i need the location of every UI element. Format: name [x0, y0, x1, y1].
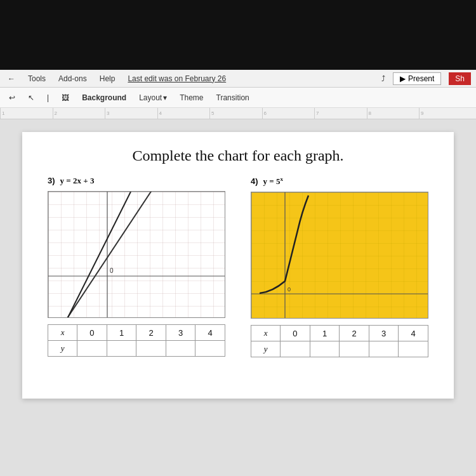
graph2-y-4[interactable]: [399, 341, 428, 357]
graph1-x-label: x: [48, 325, 77, 341]
ruler-mark-6: 6: [262, 108, 315, 119]
graph2-x-row: x 0 1 2 3 4: [251, 326, 428, 341]
layout-button[interactable]: Layout ▾: [135, 92, 171, 103]
transition-button[interactable]: Transition: [213, 92, 253, 103]
ruler-mark-9: 9: [419, 108, 472, 119]
graph2-header: 4) y = 5x: [251, 176, 283, 187]
graph1-y-3[interactable]: [166, 341, 195, 357]
graph2-equation: y = 5x: [263, 176, 283, 187]
graph2-x-3[interactable]: 3: [369, 326, 399, 341]
graph2-block: 4) y = 5x: [251, 176, 428, 357]
graph2-y-0[interactable]: [281, 341, 310, 357]
graph1-y-label: y: [48, 341, 77, 357]
ruler-mark-1: 1: [0, 108, 53, 119]
graph1-canvas: 0: [48, 191, 225, 318]
svg-rect-8: [251, 192, 428, 319]
content-area: Complete the chart for each graph. 3) y …: [0, 119, 476, 476]
graph1-y-1[interactable]: [107, 341, 136, 357]
slide: Complete the chart for each graph. 3) y …: [22, 132, 454, 399]
image-tool[interactable]: 🖼: [58, 92, 73, 103]
ruler-mark-5: 5: [209, 108, 262, 119]
graph2-number: 4): [251, 176, 258, 186]
graph2-y-2[interactable]: [340, 341, 369, 357]
graph1-x-2[interactable]: 2: [136, 325, 166, 341]
ruler-mark-4: 4: [157, 108, 210, 119]
ruler-mark-8: 8: [367, 108, 420, 119]
svg-rect-0: [48, 192, 225, 318]
ruler-mark-7: 7: [314, 108, 367, 119]
graph2-x-0[interactable]: 0: [281, 326, 310, 341]
graph2-y-row: y: [251, 341, 428, 357]
graph1-x-3[interactable]: 3: [166, 325, 195, 341]
layout-arrow: ▾: [163, 93, 167, 102]
graph1-x-0[interactable]: 0: [77, 325, 107, 341]
ruler: 1 2 3 4 5 6 7 8 9: [0, 108, 476, 119]
top-black-bar: [0, 0, 476, 70]
svg-text:0: 0: [288, 286, 291, 293]
graph2-y-3[interactable]: [369, 341, 399, 357]
graph1-x-row: x 0 1 2 3 4: [48, 325, 225, 341]
graph2-y-1[interactable]: [310, 341, 340, 357]
graph2-x-4[interactable]: 4: [399, 326, 428, 341]
graph1-y-4[interactable]: [195, 341, 225, 357]
cursor-tool[interactable]: ↖: [24, 92, 38, 103]
ruler-mark-2: 2: [53, 108, 105, 119]
theme-button[interactable]: Theme: [176, 92, 207, 103]
graph2-y-label: y: [251, 341, 281, 357]
cursor-icon: ⤴: [381, 74, 385, 83]
graph1-y-row: y: [48, 341, 225, 357]
graph1-number: 3): [48, 176, 55, 185]
tools-menu[interactable]: Tools: [25, 73, 48, 84]
graph1-y-0[interactable]: [77, 341, 107, 357]
last-edit-label: Last edit was on February 26: [125, 73, 228, 84]
graph2-exponent: x: [280, 176, 283, 182]
graph2-x-1[interactable]: 1: [310, 326, 340, 341]
graph1-equation: y = 2x + 3: [60, 176, 95, 186]
divider: |: [43, 92, 53, 103]
ruler-mark-3: 3: [105, 108, 157, 119]
graph1-x-4[interactable]: 4: [195, 325, 225, 341]
graph1-table: x 0 1 2 3 4 y: [48, 324, 225, 357]
menu-bar: ← Tools Add-ons Help Last edit was on Fe…: [0, 70, 476, 88]
graph1-y-2[interactable]: [136, 341, 166, 357]
graphs-row: 3) y = 2x + 3: [41, 176, 435, 357]
background-button[interactable]: Background: [78, 92, 130, 103]
addons-menu[interactable]: Add-ons: [56, 73, 89, 84]
undo-icon[interactable]: ↩: [5, 92, 19, 103]
graph1-header: 3) y = 2x + 3: [48, 176, 94, 186]
toolbar: ↩ ↖ | 🖼 Background Layout ▾ Theme Transi…: [0, 88, 476, 108]
present-button[interactable]: ▶ Present: [393, 72, 441, 85]
graph2-svg: 0: [251, 192, 428, 319]
graph1-svg: 0: [48, 192, 225, 318]
graph2-x-2[interactable]: 2: [340, 326, 369, 341]
share-button[interactable]: Sh: [449, 72, 471, 85]
graph2-table: x 0 1 2 3 4 y: [251, 325, 428, 357]
graph2-canvas: 0: [251, 192, 428, 319]
svg-text:0: 0: [110, 267, 114, 274]
present-icon: ▶: [400, 74, 406, 83]
graph2-x-label: x: [251, 326, 281, 341]
graph1-x-1[interactable]: 1: [107, 325, 136, 341]
back-icon[interactable]: ←: [5, 73, 18, 84]
graph1-block: 3) y = 2x + 3: [48, 176, 225, 357]
slide-title: Complete the chart for each graph.: [132, 147, 343, 164]
help-menu[interactable]: Help: [97, 73, 118, 84]
